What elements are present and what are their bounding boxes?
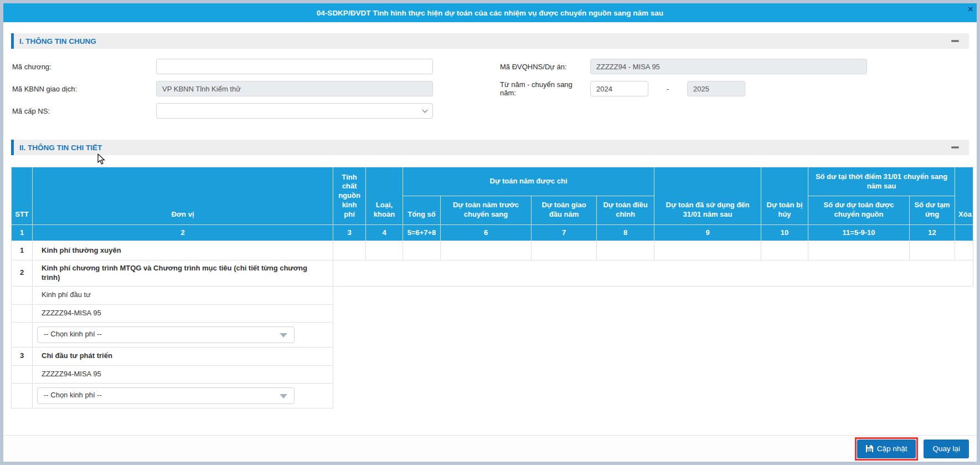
col-header-so-du-chuyen-nguon: Số dư dự toán được chuyển nguồn (808, 196, 910, 225)
footer-bar: Cập nhật Quay lại (3, 435, 977, 462)
table-row: Kinh phí đầu tư (12, 286, 973, 304)
update-button-highlight: Cập nhật (855, 437, 919, 461)
row-stt (12, 322, 33, 347)
col-header-don-vi: Đơn vị (33, 167, 333, 225)
sang-nam-input (687, 81, 745, 96)
back-button[interactable]: Quay lại (924, 440, 969, 458)
dialog-content: I. THÔNG TIN CHUNG Mã chương: Mã ĐVQHNS/… (3, 33, 977, 408)
ma-kbnn-input (156, 81, 433, 96)
row-stt: 3 (12, 347, 33, 365)
col-number: 1 (12, 225, 33, 241)
dialog-title: 04-SDKP/ĐVDT Tình hình thực hiện dự toán… (317, 9, 663, 17)
section-general-title: I. THÔNG TIN CHUNG (19, 37, 96, 45)
col-number: 3 (333, 225, 366, 241)
col-number: 12 (910, 225, 955, 241)
col-header-tong-so: Tổng số (403, 196, 441, 225)
year-range-separator: - (648, 85, 687, 93)
ma-kbnn-label: Mã KBNN giao dịch: (11, 85, 156, 93)
kinh-phi-select[interactable]: -- Chọn kinh phí -- (37, 387, 295, 404)
kinh-phi-select-value: -- Chọn kinh phí -- (44, 391, 102, 400)
ma-cap-ns-label: Mã cấp NS: (11, 107, 156, 115)
col-header-dt-giao-dau-nam: Dự toán giao đầu năm (532, 196, 597, 225)
update-button-label: Cập nhật (877, 444, 907, 453)
row-stt (12, 286, 33, 304)
row-stt: 1 (12, 241, 33, 260)
col-header-tinh-chat: Tính chất nguồn kinh phí (333, 167, 366, 225)
kinh-phi-select[interactable]: -- Chọn kinh phí -- (37, 326, 295, 343)
ma-dvqhns-input (590, 59, 867, 74)
table-row: 1 Kinh phí thường xuyên (12, 241, 973, 260)
col-header-stt: STT (12, 167, 33, 225)
col-header-xoa: Xóa (955, 167, 973, 225)
triangle-down-icon (280, 394, 287, 398)
ma-chuong-label: Mã chương: (11, 63, 156, 71)
col-header-dt-dieu-chinh: Dự toán điều chỉnh (597, 196, 654, 225)
row-stt (12, 383, 33, 408)
section-general-header: I. THÔNG TIN CHUNG (11, 33, 969, 49)
col-number: 8 (597, 225, 654, 241)
col-group-so-du: Số dư tại thời điểm 31/01 chuyển sang nă… (808, 167, 955, 196)
row-stt (12, 304, 33, 322)
col-header-loai-khoan: Loại, khoản (366, 167, 403, 225)
triangle-down-icon (280, 333, 287, 338)
col-number: 2 (33, 225, 333, 241)
collapse-icon[interactable] (951, 146, 959, 149)
col-number: 9 (654, 225, 761, 241)
col-number: 5=6+7+8 (403, 225, 441, 241)
close-icon[interactable]: × (966, 4, 976, 14)
row-stt: 2 (12, 260, 33, 287)
row-don-vi: Kinh phí chương trình MTQG và Chương trì… (33, 260, 333, 287)
tu-nam-input[interactable] (590, 81, 648, 96)
col-header-so-du-tam-ung: Số dư tạm ứng (910, 196, 955, 225)
col-number: 7 (532, 225, 597, 241)
modal-dialog: 04-SDKP/ĐVDT Tình hình thực hiện dự toán… (0, 0, 980, 465)
col-number: 6 (441, 225, 532, 241)
section-detail-title: II. THÔNG TIN CHI TIẾT (19, 144, 102, 152)
general-form: Mã chương: Mã ĐVQHNS/Dự án: Mã KBNN giao… (11, 59, 969, 119)
col-number: 4 (366, 225, 403, 241)
tu-nam-label: Từ năm - chuyển sang năm: (500, 80, 590, 97)
kinh-phi-select-value: -- Chọn kinh phí -- (44, 330, 102, 339)
row-don-vi: Chi đầu tư phát triển (33, 347, 333, 365)
detail-table: STT Đơn vị Tính chất nguồn kinh phí Loại… (11, 167, 973, 408)
row-don-vi: ZZZZZ94-MISA 95 (33, 365, 333, 383)
row-don-vi: ZZZZZ94-MISA 95 (33, 304, 333, 322)
col-number (955, 225, 973, 241)
back-button-label: Quay lại (932, 444, 960, 453)
col-number: 11=5-9-10 (808, 225, 910, 241)
col-header-dt-bi-huy: Dự toán bị hủy (761, 167, 808, 225)
row-don-vi: Kinh phí đầu tư (33, 286, 333, 304)
ma-cap-ns-select[interactable] (156, 103, 433, 119)
save-icon (866, 445, 873, 452)
col-group-du-toan-nam-duoc-chi: Dự toán năm được chi (403, 167, 654, 196)
dialog-titlebar: 04-SDKP/ĐVDT Tình hình thực hiện dự toán… (3, 3, 977, 22)
update-button[interactable]: Cập nhật (857, 440, 916, 458)
col-number: 10 (761, 225, 808, 241)
col-header-dt-da-su-dung: Dự toán đã sử dụng đến 31/01 năm sau (654, 167, 761, 225)
row-stt (12, 365, 33, 383)
section-detail-header: II. THÔNG TIN CHI TIẾT (11, 140, 969, 155)
ma-chuong-input[interactable] (156, 59, 433, 74)
ma-dvqhns-label: Mã ĐVQHNS/Dự án: (500, 63, 590, 71)
collapse-icon[interactable] (951, 40, 959, 42)
col-header-dt-nam-truoc: Dự toán năm trước chuyển sang (441, 196, 532, 225)
table-row: 2 Kinh phí chương trình MTQG và Chương t… (12, 260, 973, 287)
row-don-vi: Kinh phí thường xuyên (33, 241, 333, 260)
